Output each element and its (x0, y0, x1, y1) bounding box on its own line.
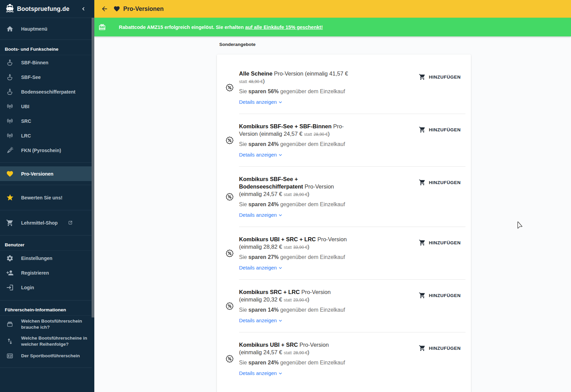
chevron-down-icon (277, 212, 283, 218)
sidebar-scrollbar[interactable] (92, 18, 94, 317)
sidebar-item-hauptmenu[interactable]: Hauptmenü (0, 21, 92, 36)
percent-badge-icon (217, 175, 239, 218)
percent-badge-icon (217, 288, 239, 324)
swap-vertical-icon (6, 338, 14, 345)
sidebar-item-bewerten[interactable]: Bewerten Sie uns! (0, 190, 92, 205)
add-to-cart-button[interactable]: HINZUFÜGEN (419, 237, 461, 248)
offer-row-sbfsee-sbfbinnen: Kombikurs SBF-See + SBF-Binnen Pro-Versi… (217, 114, 471, 166)
section-title-info: Führerschein-Informationen (0, 300, 92, 315)
details-toggle[interactable]: Details anzeigen (239, 370, 283, 376)
offer-title: Alle Scheine Pro-Version (einmalig 41,57… (239, 70, 352, 85)
add-to-cart-button[interactable]: HINZUFÜGEN (419, 290, 461, 301)
heart-icon (6, 170, 14, 178)
offer-row-ubi-src: Kombikurs UBI + SRC Pro-Version (einmali… (217, 332, 471, 385)
offer-savings: Sie sparen 24% gegenüber dem Einzelkauf (239, 201, 352, 208)
section-title-benutzer: Benutzer (0, 235, 92, 250)
offer-savings: Sie sparen 27% gegenüber dem Einzelkauf (239, 254, 352, 261)
chevron-down-icon (277, 151, 283, 158)
chevron-down-icon (277, 264, 283, 271)
details-toggle[interactable]: Details anzeigen (239, 317, 283, 324)
content-area: Sonderangebote Alle Scheine Pro-Version … (94, 36, 571, 392)
sidebar-item-lrc[interactable]: LRC (0, 128, 92, 143)
cart-icon (419, 239, 426, 246)
sidebar-item-fkn[interactable]: FKN (Pyroschein) (0, 143, 92, 158)
brand-name: Bootspruefung.de (17, 5, 69, 13)
chevron-down-icon (277, 317, 283, 324)
offer-row-src-lrc: Kombikurs SRC + LRC Pro-Version (einmali… (217, 280, 471, 332)
add-to-cart-button[interactable]: HINZUFÜGEN (419, 71, 461, 82)
divider (0, 368, 92, 368)
offer-savings: Sie sparen 24% gegenüber dem Einzelkauf (239, 141, 352, 148)
add-to-cart-button[interactable]: HINZUFÜGEN (419, 177, 461, 188)
sidebar: Bootspruefung.de Hauptmenü Boots- und Fu… (0, 0, 94, 392)
sidebar-item-reihenfolge[interactable]: Welche Bootsführerscheine in welcher Rei… (0, 333, 92, 350)
person-add-icon (6, 269, 14, 277)
app-bar: Pro-Versionen (94, 0, 571, 18)
sidebar-item-lehrmittel-shop[interactable]: Lehrmittel-Shop (0, 215, 92, 230)
add-to-cart-button[interactable]: HINZUFÜGEN (419, 124, 461, 135)
app-window: Bootspruefung.de Hauptmenü Boots- und Fu… (0, 0, 571, 392)
details-toggle[interactable]: Details anzeigen (239, 99, 283, 105)
brand-header: Bootspruefung.de (0, 0, 92, 18)
percent-badge-icon (217, 70, 239, 105)
offer-title: Kombikurs UBI + SRC + LRC Pro-Version (e… (239, 235, 352, 251)
sidebar-item-src[interactable]: SRC (0, 114, 92, 128)
cart-icon (419, 345, 426, 352)
offer-row-alle-scheine: Alle Scheine Pro-Version (einmalig 41,57… (217, 61, 471, 114)
sidebar-item-ubi[interactable]: UBI (0, 99, 92, 114)
section-label: Sonderangebote (219, 42, 571, 47)
sidebar-item-welcher-schein[interactable]: Welchen Bootsführerschein brauche ich? (0, 316, 92, 333)
sidebar-item-login[interactable]: Login (0, 280, 92, 295)
offer-title: Kombikurs UBI + SRC Pro-Version (einmali… (239, 341, 352, 357)
offer-title: Kombikurs SRC + LRC Pro-Version (einmali… (239, 288, 352, 304)
discount-banner-text: Rabattcode AMZ15 erfolgreich eingelöst. … (119, 24, 323, 30)
discount-banner: Rabattcode AMZ15 erfolgreich eingelöst. … (94, 18, 571, 36)
percent-badge-icon (217, 235, 239, 271)
cart-icon (419, 126, 426, 133)
sidebar-collapse-button[interactable] (80, 5, 87, 12)
main-area: Pro-Versionen Rabattcode AMZ15 erfolgrei… (94, 0, 571, 392)
details-toggle[interactable]: Details anzeigen (239, 212, 283, 218)
ship-icon (6, 59, 14, 66)
chevron-down-icon (277, 370, 283, 376)
offer-title: Kombikurs SBF-See + Bodenseeschifferpate… (239, 175, 352, 198)
radio-antenna-icon (6, 132, 14, 140)
sidebar-item-bodenseeschifferpatent[interactable]: Bodenseeschifferpatent (0, 84, 92, 99)
home-icon (6, 25, 14, 33)
offer-row-sbfsee-bodensee: Kombikurs SBF-See + Bodenseeschifferpate… (217, 167, 471, 227)
cart-icon (419, 179, 426, 186)
discount-banner-link[interactable]: auf alle Einkäufe 15% geschenkt! (245, 24, 323, 30)
back-button[interactable] (98, 2, 111, 16)
offer-title: Kombikurs SBF-See + SBF-Binnen Pro-Versi… (239, 122, 352, 138)
offer-savings: Sie sparen 24% gegenüber dem Einzelkauf (239, 359, 352, 366)
ship-icon (6, 74, 14, 81)
login-icon (6, 284, 14, 291)
chevron-down-icon (277, 99, 283, 105)
sidebar-item-sbf-see[interactable]: SBF-See (0, 70, 92, 84)
details-toggle[interactable]: Details anzeigen (239, 151, 283, 158)
cart-icon (6, 219, 14, 227)
percent-badge-icon (217, 122, 239, 158)
sidebar-item-einstellungen[interactable]: Einstellungen (0, 251, 92, 265)
offer-row-ubi-src-lrc: Kombikurs UBI + SRC + LRC Pro-Version (e… (217, 227, 471, 279)
external-link-icon (68, 220, 73, 225)
id-card-icon (6, 352, 14, 360)
box-icon (6, 321, 14, 328)
ship-icon (6, 88, 14, 96)
firework-rocket-icon (6, 147, 14, 154)
details-toggle[interactable]: Details anzeigen (239, 264, 283, 271)
heart-icon (113, 5, 120, 12)
percent-badge-icon (217, 341, 239, 376)
cart-icon (419, 292, 426, 299)
offers-card: Alle Scheine Pro-Version (einmalig 41,57… (217, 54, 471, 392)
sidebar-item-sbf-binnen[interactable]: SBF-Binnen (0, 55, 92, 70)
star-icon (6, 194, 14, 201)
radio-antenna-icon (6, 117, 14, 125)
sidebar-item-sportbootfuehrerschein[interactable]: Der Sportbootführerschein (0, 350, 92, 362)
sidebar-item-pro-versionen[interactable]: Pro-Versionen (0, 166, 92, 181)
radio-antenna-icon (6, 103, 14, 110)
sidebar-item-registrieren[interactable]: Registrieren (0, 265, 92, 280)
add-to-cart-button[interactable]: HINZUFÜGEN (419, 343, 461, 354)
offer-savings: Sie sparen 14% gegenüber dem Einzelkauf (239, 306, 352, 314)
page-title: Pro-Versionen (123, 5, 164, 13)
